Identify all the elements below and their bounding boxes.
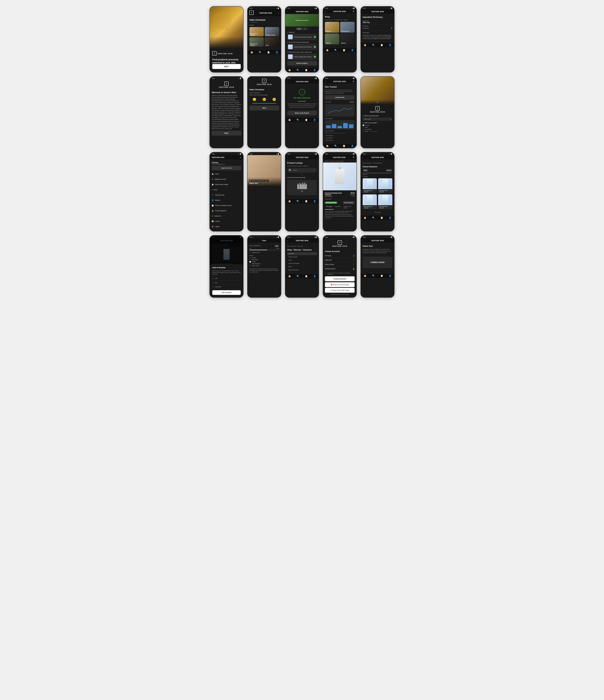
- male-radio[interactable]: [363, 126, 364, 128]
- tab-search-routine[interactable]: 🔍: [296, 69, 299, 71]
- tab-routine-lookup[interactable]: 📋: [305, 200, 308, 202]
- tab-home-shop[interactable]: 🏠: [326, 49, 329, 51]
- tab-profile-alerts[interactable]: 👤: [313, 119, 316, 121]
- explore-card-4[interactable]: Shop: [265, 37, 279, 47]
- aveeno-checkbox[interactable]: [249, 257, 251, 258]
- log-data-btn[interactable]: Log New Data: [325, 95, 355, 100]
- am-tab[interactable]: AM: [296, 28, 302, 30]
- cleanser-card-2[interactable]: Foaming Facial Cleanser: [378, 178, 392, 193]
- tab-routine-shop[interactable]: 📋: [343, 49, 345, 51]
- tab-profile-tracker[interactable]: 👤: [351, 145, 354, 147]
- login-link[interactable]: Already have an account? Log In: [325, 294, 355, 295]
- add-to-routine-btn-detail[interactable]: Add to Routine: [343, 201, 355, 204]
- menu-item-home[interactable]: 🏠 Home: [212, 172, 241, 177]
- tab-home-routine[interactable]: 🏠: [288, 69, 291, 71]
- camera-icon[interactable]: 📷: [290, 190, 314, 192]
- shop-nav-skincare[interactable]: Shop Skincare: [325, 19, 333, 21]
- cat-makeup-removers[interactable]: Makeup Removers: [287, 269, 317, 271]
- routine-analysis-button[interactable]: Routine Analysis: [287, 61, 317, 66]
- pm-tab[interactable]: PM: [302, 28, 308, 30]
- tab-search-ingredient[interactable]: 🔍: [372, 44, 375, 46]
- cleanser-card-3[interactable]: Foaming Facial Cleanser: [363, 194, 377, 209]
- emoji-happy[interactable]: 😊: [272, 98, 276, 101]
- cat-scrubs[interactable]: Scrubs & Exfoliators: [287, 262, 317, 265]
- birth-year-select[interactable]: Please select ▾: [363, 118, 392, 121]
- shop-card-haircare[interactable]: Haircare: [325, 33, 339, 44]
- back-patch[interactable]: ‹: [363, 240, 363, 242]
- menu-item-website[interactable]: 🌐 Website: [212, 198, 241, 203]
- back-ingredient[interactable]: ‹: [363, 10, 363, 13]
- tab-routine-filter-sidebar[interactable]: 📋: [305, 275, 308, 277]
- tab-profile-patch[interactable]: 👤: [389, 274, 391, 277]
- tab-search-alerts[interactable]: 🔍: [296, 119, 299, 121]
- tab-match[interactable]: Product Match Details: [342, 205, 355, 209]
- tab-search-tracker[interactable]: 🔍: [334, 145, 337, 147]
- explore-card-2[interactable]: Product Lookup: [265, 27, 279, 36]
- emoji-neutral[interactable]: 😐: [262, 98, 266, 101]
- tab-routine-alerts[interactable]: 📋: [305, 119, 308, 121]
- tab-routine-active[interactable]: 📋: [305, 69, 308, 71]
- cerave-checkbox[interactable]: [249, 261, 251, 262]
- tab-home-cleansers[interactable]: 🏠: [364, 217, 366, 219]
- phone-placeholder[interactable]: Phone number: [325, 264, 352, 265]
- shop-card-makeup[interactable]: Makeup: [340, 33, 355, 44]
- cat-toners[interactable]: Toners: [287, 259, 317, 261]
- cat-cleansers[interactable]: Cleansers: [287, 252, 317, 255]
- menu-item-logout[interactable]: 🚪 Logout: [212, 224, 241, 229]
- tab-home-alerts[interactable]: 🏠: [288, 119, 291, 121]
- add-routine-modal-btn[interactable]: Add to Routine: [212, 290, 241, 295]
- emoji-sad[interactable]: 😞: [252, 98, 256, 101]
- tab-search-lookup[interactable]: 🔍: [296, 200, 299, 202]
- tab-routine-ingredient[interactable]: 📋: [381, 44, 383, 46]
- tab-description[interactable]: Description: [325, 205, 334, 209]
- fullname-placeholder[interactable]: Full name: [325, 255, 352, 256]
- password-placeholder[interactable]: Strong password: [325, 268, 352, 270]
- tab-home-tracker[interactable]: 🏠: [326, 145, 329, 147]
- email-placeholder[interactable]: Valid email: [325, 259, 353, 261]
- back-filter-sidebar[interactable]: ‹: [287, 240, 288, 242]
- upgrade-btn[interactable]: Upgrade Account: [212, 166, 241, 170]
- sort-btn[interactable]: Sort by: [386, 169, 392, 172]
- hero-next-button[interactable]: NEXT: [212, 64, 241, 69]
- close-menu[interactable]: ✕: [240, 156, 241, 158]
- apple-signin-btn[interactable]: 🍎 Create Account with Apple: [325, 282, 355, 287]
- cat-facial-cleansers[interactable]: Facial Cleansers: [287, 255, 317, 258]
- tab-profile-shop[interactable]: 👤: [351, 49, 354, 51]
- tab-search[interactable]: 🔍: [259, 51, 262, 53]
- tab-home-patch[interactable]: 🏠: [364, 274, 366, 277]
- tab-routine-tracker[interactable]: 📋: [343, 145, 345, 147]
- return-routine-btn[interactable]: Return to My Routine: [287, 111, 317, 115]
- price-slider[interactable]: [249, 250, 279, 250]
- fragrance-checkbox[interactable]: [249, 252, 251, 253]
- back-detail[interactable]: ‹: [325, 156, 325, 158]
- back-lookup[interactable]: ‹: [287, 156, 288, 158]
- white-elephant-checkbox[interactable]: [249, 263, 251, 265]
- tab-profile[interactable]: 👤: [275, 51, 278, 53]
- menu-item-product-details[interactable]: 📋 Enter Product Details: [212, 182, 241, 187]
- menu-item-settings[interactable]: ⚙ Settings & Account: [212, 177, 241, 182]
- google-signin-btn[interactable]: G Create Account with Google: [325, 288, 355, 293]
- back-filter[interactable]: ‹: [249, 240, 250, 242]
- cat-masks[interactable]: Masks: [287, 265, 317, 268]
- female-radio[interactable]: [363, 124, 364, 126]
- back-cleansers[interactable]: ‹: [363, 156, 363, 158]
- back-button[interactable]: ‹: [287, 10, 288, 13]
- tab-routine-patch[interactable]: 📋: [381, 274, 383, 277]
- tab-search-filter-sidebar[interactable]: 🔍: [296, 275, 299, 277]
- menu-item-version[interactable]: 🔢 Version: [212, 219, 241, 224]
- nonbinary-radio[interactable]: [363, 128, 364, 130]
- burts-checkbox[interactable]: [249, 259, 251, 260]
- tab-profile-routine[interactable]: 👤: [313, 69, 316, 71]
- tab-search-patch[interactable]: 🔍: [372, 274, 375, 277]
- menu-item-using-app[interactable]: 📱 Using This App: [212, 193, 241, 198]
- timeframe-selector[interactable]: Month: [349, 101, 355, 103]
- terms-checkbox[interactable]: [325, 273, 327, 274]
- back-alerts[interactable]: ‹: [287, 80, 288, 83]
- next-page-btn[interactable]: Next Page: [375, 211, 380, 213]
- menu-item-about[interactable]: ℹ About: [212, 187, 241, 193]
- tab-routine[interactable]: 📋: [267, 51, 270, 53]
- tab-ingredients[interactable]: Ingredients: [334, 205, 342, 209]
- explore-card-1[interactable]: My SkincareRoutine: [249, 27, 264, 36]
- cleanser-card-4[interactable]: Foaming Facial Cleanser: [378, 194, 392, 209]
- shop-nav-makeup[interactable]: Makeup: [343, 19, 348, 21]
